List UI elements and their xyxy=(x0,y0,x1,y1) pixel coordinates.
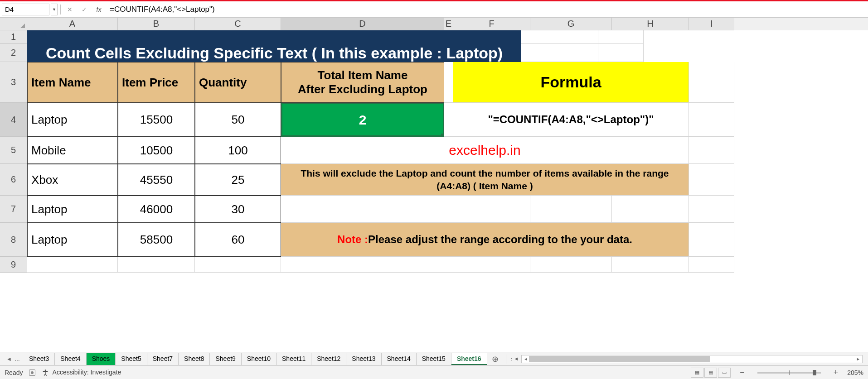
cell-item-price[interactable]: 58500 xyxy=(118,223,195,257)
select-all-corner[interactable] xyxy=(0,18,27,30)
row-header-2[interactable]: 2 xyxy=(0,44,27,62)
cell[interactable] xyxy=(281,196,444,223)
sheet-tab-sheet3[interactable]: Sheet3 xyxy=(24,353,55,365)
cell[interactable] xyxy=(444,103,453,137)
sheet-tab-sheet4[interactable]: Sheet4 xyxy=(55,353,86,365)
sheet-tab-sheet16[interactable]: Sheet16 xyxy=(451,353,487,365)
fx-icon[interactable]: fx xyxy=(92,4,105,15)
sheet-tab-sheet9[interactable]: Sheet9 xyxy=(210,353,241,365)
zoom-in-button[interactable]: + xyxy=(831,368,841,377)
cell-item-price[interactable]: 15500 xyxy=(118,103,195,137)
cell[interactable] xyxy=(444,257,453,273)
row-header-8[interactable]: 8 xyxy=(0,223,27,257)
tabs-scroll-left-icon[interactable]: ◄ xyxy=(6,356,12,362)
cell[interactable] xyxy=(689,196,734,223)
formula-input[interactable]: =COUNTIF(A4:A8,"<>Laptop") xyxy=(107,4,866,15)
cell-quantity[interactable]: 50 xyxy=(195,103,281,137)
row-header-1[interactable]: 1 xyxy=(0,30,27,44)
sheet-tab-sheet11[interactable]: Sheet11 xyxy=(276,353,311,365)
col-header-F[interactable]: F xyxy=(453,18,530,30)
enter-formula-icon[interactable]: ✓ xyxy=(78,4,91,15)
view-page-break-icon[interactable]: ▭ xyxy=(718,368,731,378)
col-header-D[interactable]: D xyxy=(281,18,444,30)
cell[interactable] xyxy=(521,30,598,44)
cell[interactable] xyxy=(521,44,598,62)
col-header-C[interactable]: C xyxy=(195,18,281,30)
row-header-7[interactable]: 7 xyxy=(0,196,27,223)
cell[interactable] xyxy=(598,30,644,44)
cell[interactable] xyxy=(612,196,689,223)
macro-record-icon[interactable] xyxy=(29,369,35,376)
cell-item-name[interactable]: Laptop xyxy=(27,223,118,257)
cell-item-price[interactable]: 10500 xyxy=(118,137,195,164)
sheet-tab-sheet10[interactable]: Sheet10 xyxy=(242,353,276,365)
name-box[interactable]: D4 xyxy=(2,4,49,15)
cell[interactable] xyxy=(689,257,734,273)
cell[interactable] xyxy=(453,257,530,273)
col-header-E[interactable]: E xyxy=(444,18,453,30)
sheet-tab-sheet13[interactable]: Sheet13 xyxy=(346,353,381,365)
cell-item-name[interactable]: Xbox xyxy=(27,164,118,196)
add-sheet-button[interactable]: ⊕ xyxy=(487,352,503,366)
cell[interactable] xyxy=(444,196,453,223)
cell[interactable] xyxy=(689,137,734,164)
cell-item-name[interactable]: Laptop xyxy=(27,103,118,137)
cell[interactable] xyxy=(453,196,530,223)
cell[interactable] xyxy=(689,223,734,257)
sheet-tab-shoes[interactable]: Shoes xyxy=(87,353,116,365)
cell[interactable] xyxy=(118,257,195,273)
header-total-excluding[interactable]: Total Item Name After Excluding Laptop xyxy=(281,62,444,103)
cell-item-name[interactable]: Mobile xyxy=(27,137,118,164)
sheet-tab-sheet14[interactable]: Sheet14 xyxy=(382,353,417,365)
view-normal-icon[interactable]: ▦ xyxy=(691,368,703,378)
cell-quantity[interactable]: 100 xyxy=(195,137,281,164)
zoom-slider[interactable] xyxy=(757,372,821,374)
cell[interactable] xyxy=(598,44,644,62)
formula-display[interactable]: "=COUNTIF(A4:A8,"<>Laptop")" xyxy=(453,103,689,137)
name-box-dropdown[interactable]: ▼ xyxy=(51,4,58,15)
col-header-B[interactable]: B xyxy=(118,18,195,30)
cell[interactable] xyxy=(530,196,612,223)
cell-item-price[interactable]: 46000 xyxy=(118,196,195,223)
sheet-tab-sheet7[interactable]: Sheet7 xyxy=(147,353,179,365)
horizontal-scrollbar[interactable] xyxy=(521,355,863,363)
row-header-6[interactable]: 6 xyxy=(0,164,27,196)
cell-quantity[interactable]: 60 xyxy=(195,223,281,257)
cell[interactable] xyxy=(27,257,118,273)
tabs-scroll-end-icon[interactable]: ⋮◄ xyxy=(509,356,519,362)
cell[interactable] xyxy=(689,103,734,137)
header-quantity[interactable]: Quantity xyxy=(195,62,281,103)
cell[interactable] xyxy=(689,164,734,196)
cell[interactable] xyxy=(689,62,734,103)
zoom-level[interactable]: 205% xyxy=(847,369,863,376)
cell[interactable] xyxy=(195,257,281,273)
result-cell-selected[interactable]: 2 xyxy=(281,103,444,137)
tabs-menu-icon[interactable]: … xyxy=(15,356,20,362)
cell[interactable] xyxy=(281,257,444,273)
sheet-tab-sheet15[interactable]: Sheet15 xyxy=(417,353,451,365)
cell-quantity[interactable]: 30 xyxy=(195,196,281,223)
cell[interactable] xyxy=(612,257,689,273)
col-header-A[interactable]: A xyxy=(27,18,118,30)
sheet-tab-sheet5[interactable]: Sheet5 xyxy=(116,353,147,365)
header-item-price[interactable]: Item Price xyxy=(118,62,195,103)
header-item-name[interactable]: Item Name xyxy=(27,62,118,103)
spreadsheet-grid[interactable]: A B C D E F G H I 1 2 Count Cells Exclud… xyxy=(0,18,868,352)
row-header-4[interactable]: 4 xyxy=(0,103,27,137)
col-header-G[interactable]: G xyxy=(530,18,612,30)
header-formula[interactable]: Formula xyxy=(453,62,689,103)
col-header-H[interactable]: H xyxy=(612,18,689,30)
cell[interactable] xyxy=(444,62,453,103)
row-header-5[interactable]: 5 xyxy=(0,137,27,164)
cell[interactable] xyxy=(530,257,612,273)
sheet-tab-sheet8[interactable]: Sheet8 xyxy=(179,353,210,365)
cell-item-name[interactable]: Laptop xyxy=(27,196,118,223)
row-header-3[interactable]: 3 xyxy=(0,62,27,103)
cancel-formula-icon[interactable]: ✕ xyxy=(63,4,76,15)
zoom-out-button[interactable]: − xyxy=(737,368,747,377)
col-header-I[interactable]: I xyxy=(689,18,734,30)
sheet-tab-sheet12[interactable]: Sheet12 xyxy=(311,353,346,365)
accessibility-status[interactable]: Accessibility: Investigate xyxy=(42,369,121,376)
row-header-9[interactable]: 9 xyxy=(0,257,27,273)
cell-item-price[interactable]: 45550 xyxy=(118,164,195,196)
